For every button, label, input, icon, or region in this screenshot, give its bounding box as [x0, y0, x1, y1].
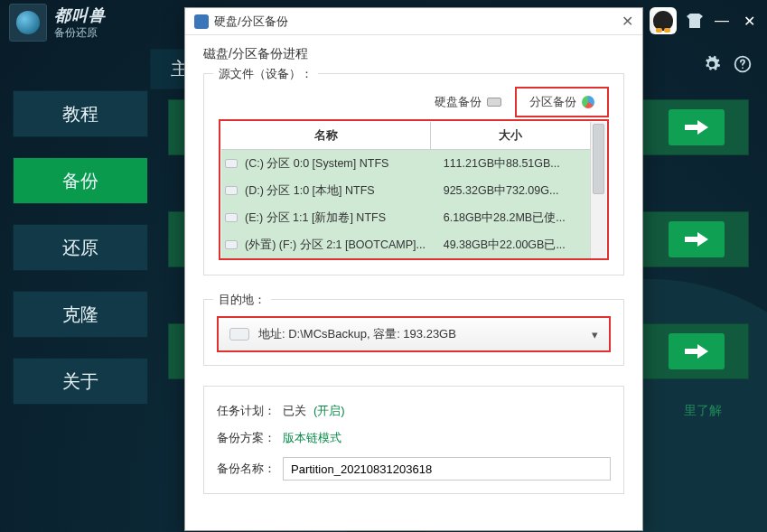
- destination-legend: 目的地：: [213, 292, 271, 308]
- dialog-close-button[interactable]: ✕: [622, 13, 633, 30]
- backup-name-label: 备份名称：: [217, 461, 276, 477]
- dialog-body: 磁盘/分区备份进程 源文件（设备）： 硬盘备份 分区备份 名称: [185, 35, 642, 530]
- backup-name-input[interactable]: [283, 457, 611, 481]
- backup-name-row: 备份名称：: [217, 457, 611, 481]
- drive-icon: [221, 159, 241, 168]
- app-title-wrap: 都叫兽 备份还原: [54, 6, 106, 39]
- drive-icon: [221, 186, 241, 195]
- svg-point-1: [742, 67, 744, 69]
- row-name: (E:) 分区 1:1 [新加卷] NTFS: [241, 210, 438, 226]
- proceed-button[interactable]: [669, 221, 725, 257]
- sidebar-item-tutorial[interactable]: 教程: [13, 90, 148, 137]
- partition-list: 名称 大小 (C:) 分区 0:0 [System] NTFS 111.21GB…: [219, 119, 609, 260]
- drive-icon: [221, 213, 241, 222]
- scheme-row: 备份方案： 版本链模式: [217, 430, 611, 446]
- backup-dialog: 硬盘/分区备份 ✕ 磁盘/分区备份进程 源文件（设备）： 硬盘备份 分区备份: [184, 7, 643, 531]
- minimize-button[interactable]: —: [713, 12, 731, 30]
- list-scrollbar[interactable]: [590, 122, 606, 258]
- source-fieldset: 源文件（设备）： 硬盘备份 分区备份 名称 大小: [203, 73, 624, 275]
- sidebar-item-restore[interactable]: 还原: [13, 224, 148, 271]
- task-label: 任务计划：: [217, 403, 276, 419]
- task-toggle-link[interactable]: (开启): [313, 403, 345, 419]
- dialog-title-icon: [194, 14, 209, 29]
- row-size: 111.21GB中88.51GB...: [438, 156, 590, 172]
- destination-fieldset: 目的地： 地址: D:\MCsBackup, 容量: 193.23GB ▾: [203, 299, 624, 366]
- sidebar-item-about[interactable]: 关于: [13, 358, 148, 405]
- tab-partition-label: 分区备份: [529, 94, 576, 110]
- tab-disk-label: 硬盘备份: [435, 94, 482, 110]
- options-fieldset: 任务计划： 已关 (开启) 备份方案： 版本链模式 备份名称：: [203, 386, 624, 494]
- app-logo: [9, 4, 47, 42]
- row-size: 49.38GB中22.00GB已...: [438, 238, 590, 253]
- table-row[interactable]: (C:) 分区 0:0 [System] NTFS 111.21GB中88.51…: [221, 150, 590, 177]
- column-size: 大小: [431, 122, 590, 149]
- drive-icon: [229, 328, 249, 341]
- task-status: 已关: [283, 403, 306, 419]
- table-row[interactable]: (D:) 分区 1:0 [本地] NTFS 925.32GB中732.09G..…: [221, 177, 590, 204]
- column-name: 名称: [221, 122, 431, 149]
- toolbar-icons: [702, 54, 753, 74]
- qq-icon[interactable]: [650, 7, 677, 34]
- disk-icon: [487, 98, 501, 107]
- destination-select[interactable]: 地址: D:\MCsBackup, 容量: 193.23GB ▾: [217, 316, 611, 352]
- scheme-label: 备份方案：: [217, 430, 276, 446]
- tab-partition-backup[interactable]: 分区备份: [515, 87, 609, 117]
- table-row[interactable]: (E:) 分区 1:1 [新加卷] NTFS 6.18GB中28.2MB已使..…: [221, 204, 590, 231]
- sidebar-item-clone[interactable]: 克隆: [13, 291, 148, 338]
- app-title: 都叫兽: [54, 6, 106, 26]
- table-row[interactable]: (外置) (F:) 分区 2:1 [BOOTCAMP]... 49.38GB中2…: [221, 231, 590, 258]
- proceed-button[interactable]: [669, 333, 725, 369]
- row-size: 925.32GB中732.09G...: [438, 183, 590, 199]
- list-rows: (C:) 分区 0:0 [System] NTFS 111.21GB中88.51…: [221, 150, 590, 258]
- help-icon[interactable]: [733, 54, 753, 74]
- dialog-titlebar: 硬盘/分区备份 ✕: [185, 8, 642, 35]
- task-schedule-row: 任务计划： 已关 (开启): [217, 403, 611, 419]
- window-controls: — ✕: [650, 7, 758, 34]
- app-subtitle: 备份还原: [54, 26, 106, 39]
- chevron-down-icon: ▾: [592, 328, 598, 341]
- source-label: 源文件（设备）：: [213, 66, 318, 82]
- mode-tabs: 硬盘备份 分区备份: [219, 87, 609, 117]
- partition-icon: [582, 96, 594, 108]
- close-app-button[interactable]: ✕: [740, 12, 758, 30]
- proceed-button[interactable]: [669, 109, 725, 145]
- row-name: (外置) (F:) 分区 2:1 [BOOTCAMP]...: [241, 238, 438, 253]
- scheme-value-link[interactable]: 版本链模式: [283, 430, 341, 446]
- list-header: 名称 大小: [221, 122, 590, 150]
- skin-icon[interactable]: [686, 13, 704, 29]
- gear-icon[interactable]: [702, 54, 722, 74]
- tab-disk-backup[interactable]: 硬盘备份: [421, 87, 515, 117]
- drive-icon: [221, 240, 241, 249]
- row-name: (D:) 分区 1:0 [本地] NTFS: [241, 183, 438, 199]
- destination-value: 地址: D:\MCsBackup, 容量: 193.23GB: [258, 326, 456, 342]
- row-size: 6.18GB中28.2MB已使...: [438, 210, 590, 226]
- dialog-title: 硬盘/分区备份: [214, 14, 288, 30]
- sidebar-item-backup[interactable]: 备份: [13, 157, 148, 204]
- dialog-section-title: 磁盘/分区备份进程: [203, 46, 624, 62]
- row-name: (C:) 分区 0:0 [System] NTFS: [241, 156, 438, 172]
- sidebar: 教程 备份 还原 克隆 关于: [13, 90, 148, 405]
